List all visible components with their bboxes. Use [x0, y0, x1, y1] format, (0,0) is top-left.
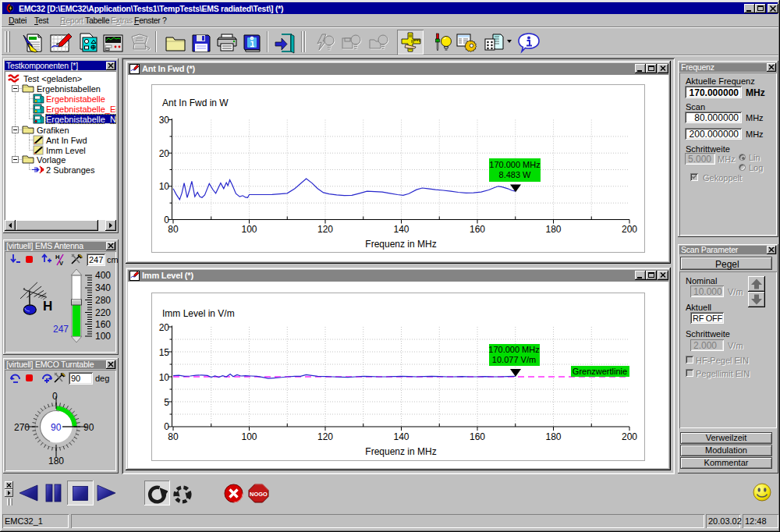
svg-text:100: 100	[241, 431, 257, 442]
svg-text:280: 280	[95, 295, 111, 306]
svg-text:8.483 W: 8.483 W	[499, 170, 532, 179]
svg-text:160: 160	[470, 224, 485, 235]
svg-text:180: 180	[545, 224, 561, 235]
svg-text:Imm Level in V/m: Imm Level in V/m	[162, 308, 235, 319]
svg-text:15: 15	[159, 347, 170, 358]
svg-text:200: 200	[622, 224, 637, 235]
svg-text:140: 140	[393, 431, 409, 442]
svg-text:120: 120	[317, 224, 333, 235]
svg-text:Grenzwertlinie: Grenzwertlinie	[573, 367, 627, 376]
svg-text:NOGO: NOGO	[250, 491, 268, 498]
svg-text:100: 100	[241, 224, 257, 235]
svg-text:10: 10	[159, 372, 170, 383]
svg-text:5: 5	[164, 397, 169, 408]
svg-text:Frequenz in MHz: Frequenz in MHz	[365, 239, 436, 250]
svg-text:20: 20	[159, 148, 170, 159]
svg-text:170.000 MHz: 170.000 MHz	[489, 160, 540, 169]
svg-text:160: 160	[470, 431, 485, 442]
svg-text:80: 80	[168, 224, 179, 235]
svg-text:220: 220	[95, 307, 111, 318]
svg-text:100: 100	[95, 331, 111, 342]
svg-text:10: 10	[159, 181, 170, 192]
svg-text:160: 160	[95, 319, 111, 330]
svg-text:340: 340	[95, 282, 111, 293]
svg-text:10.077 V/m: 10.077 V/m	[492, 355, 536, 364]
svg-text:30: 30	[159, 115, 170, 126]
svg-text:120: 120	[317, 431, 333, 442]
svg-text:Ant In Fwd in W: Ant In Fwd in W	[162, 98, 229, 108]
svg-text:180: 180	[545, 431, 561, 442]
svg-text:170.000 MHz: 170.000 MHz	[488, 345, 539, 354]
svg-text:20: 20	[159, 322, 170, 333]
svg-text:140: 140	[393, 224, 409, 235]
svg-text:80: 80	[168, 431, 179, 442]
svg-text:Frequenz in MHz: Frequenz in MHz	[365, 446, 436, 457]
svg-text:400: 400	[95, 270, 111, 281]
svg-text:200: 200	[622, 431, 637, 442]
